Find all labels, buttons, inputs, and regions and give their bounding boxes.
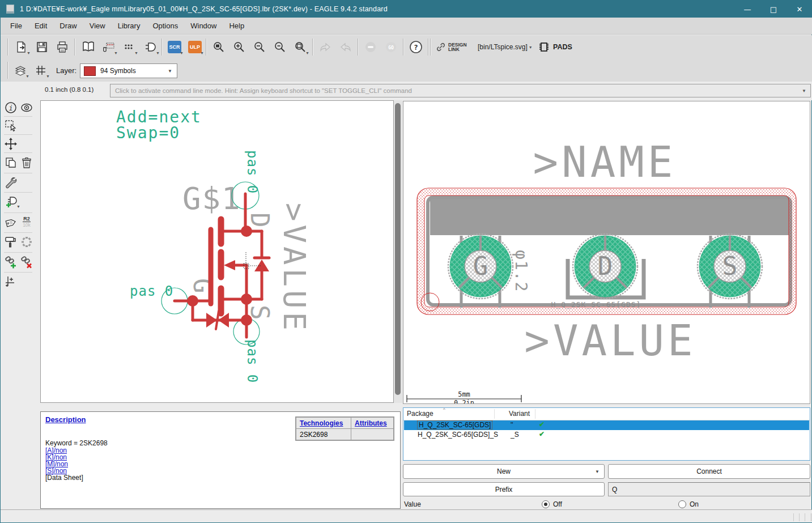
coordinate-display: 0.1 inch (0.8 0.1) <box>45 86 93 93</box>
print-button[interactable] <box>53 39 72 56</box>
canvas-scrollbar[interactable] <box>394 100 402 403</box>
swap-attribute-text: Swap=0 <box>116 124 180 142</box>
symbol-editor-button[interactable]: ▼ <box>141 39 160 56</box>
menu-edit[interactable]: Edit <box>28 19 53 33</box>
disconnect-pin-tool[interactable] <box>19 254 34 269</box>
menu-bar: File Edit Draw View Library Options Wind… <box>1 18 812 35</box>
zoom-fit-button[interactable] <box>209 39 228 56</box>
value-tool[interactable]: R2 10k <box>19 215 34 229</box>
value-on-radio[interactable] <box>678 500 686 508</box>
info-tool[interactable]: i <box>3 100 18 115</box>
svg-text:0.2in: 0.2in <box>454 399 474 403</box>
library-button[interactable] <box>79 39 98 56</box>
variant-column-header[interactable]: Variant <box>509 410 530 418</box>
table-header: ^ Package Variant <box>403 408 810 420</box>
redo-button[interactable] <box>336 39 355 56</box>
paint-tool[interactable] <box>3 235 18 249</box>
layer-settings-button[interactable]: ▼ <box>11 62 30 79</box>
delete-tool[interactable] <box>19 155 34 170</box>
grid-button[interactable]: ▼ <box>31 62 50 79</box>
zoom-out-button[interactable] <box>250 39 269 56</box>
value-on-label: On <box>690 500 699 508</box>
attributes-header[interactable]: Attributes <box>351 417 394 429</box>
pin-name-bottom: pas 0 <box>244 339 260 383</box>
eagle-window: 1 D:¥DATE¥E-work¥_Eagle mmLibrary05_01_0… <box>0 0 812 523</box>
technologies-header[interactable]: Technologies <box>296 417 351 429</box>
close-button[interactable]: ✕ <box>787 1 812 18</box>
datasheet-text: [Data Sheet] <box>45 474 83 482</box>
menu-options[interactable]: Options <box>146 19 184 33</box>
attribute-value <box>351 429 394 441</box>
svg-text:i: i <box>8 104 12 112</box>
package-editor-button[interactable]: ▼ <box>120 39 139 56</box>
menu-window[interactable]: Window <box>184 19 223 33</box>
pad-s[interactable]: S <box>698 234 762 308</box>
description-link[interactable]: Description <box>45 415 86 424</box>
app-icon <box>6 5 14 14</box>
menu-file[interactable]: File <box>4 19 28 33</box>
menu-help[interactable]: Help <box>223 19 250 33</box>
package-column-header[interactable]: Package <box>407 410 433 418</box>
new-drawing-button[interactable]: ▼ <box>12 39 31 56</box>
zoom-redraw-button[interactable]: ▼ <box>291 39 310 56</box>
title-bar: 1 D:¥DATE¥E-work¥_Eagle mmLibrary05_01_0… <box>1 1 812 18</box>
undo-button[interactable] <box>316 39 335 56</box>
device-editor-button[interactable]: ▼ <box>99 39 118 56</box>
connect-pin-tool[interactable] <box>3 254 18 269</box>
ic-chip-icon <box>538 41 550 53</box>
show-tool[interactable] <box>19 100 34 115</box>
pad-d[interactable]: D <box>568 234 644 299</box>
menu-view[interactable]: View <box>83 19 112 33</box>
layer-label: Layer: <box>56 66 76 75</box>
change-tool[interactable] <box>3 175 18 190</box>
ltspice-export-button[interactable]: [bin/LTspice.svg]▼ <box>478 39 532 56</box>
stop-button[interactable] <box>361 39 380 56</box>
value-tool-sublabel: 10k <box>23 222 31 228</box>
pad-g[interactable]: G <box>448 234 513 308</box>
prefix-input[interactable]: Q <box>608 482 810 496</box>
save-button[interactable] <box>32 39 52 56</box>
scrollbar-thumb[interactable] <box>395 103 401 395</box>
minimize-button[interactable]: — <box>734 1 760 18</box>
scr-button[interactable]: SCR ▼ <box>165 39 184 56</box>
footprint-name-label: H_Q_2SK_SC-65[GDS] <box>551 300 641 309</box>
ulp-button[interactable]: ULP ▼ <box>185 39 205 56</box>
command-line-hint: Click to activate command line mode. Hin… <box>115 87 802 94</box>
variant-value: _S <box>511 431 519 439</box>
replace-tool[interactable] <box>19 235 34 249</box>
prefix-button[interactable]: Prefix <box>403 482 605 496</box>
technology-value[interactable]: 2SK2698 <box>296 429 351 441</box>
value-placeholder-text: >VALUE <box>524 316 696 365</box>
pads-button[interactable]: PADS <box>538 39 572 56</box>
technologies-table: Technologies Attributes 2SK2698 <box>295 416 394 441</box>
package-name: H_Q_2SK_SC-65[GDS] <box>418 421 492 429</box>
command-line-input[interactable]: Click to activate command line mode. Hin… <box>110 84 811 97</box>
package-canvas[interactable]: >NAME G <box>403 101 810 404</box>
dimension-tool[interactable] <box>3 274 18 289</box>
go-button[interactable]: GO <box>381 39 401 56</box>
value-off-radio[interactable] <box>542 500 550 508</box>
svg-text:GO: GO <box>388 45 394 50</box>
help-button[interactable]: ? <box>406 39 426 56</box>
connect-button[interactable]: Connect <box>608 464 810 479</box>
package-row[interactable]: H_Q_2SK_SC-65[GDS]_S _S ✔ <box>404 430 809 440</box>
package-variant-table: ^ Package Variant H_Q_2SK_SC-65[GDS] '' … <box>403 407 810 461</box>
symbol-canvas[interactable]: Add=next Swap=0 G$1 D G S >VALUE pas 0 p… <box>40 100 394 403</box>
svg-text:5mm: 5mm <box>458 390 470 398</box>
design-link-button[interactable]: DESIGNLINK <box>436 39 467 56</box>
package-row-selected[interactable]: H_Q_2SK_SC-65[GDS] '' ✔ <box>404 420 809 430</box>
group-select-tool[interactable] <box>3 118 18 133</box>
layer-dropdown[interactable]: 94 Symbols ▼ <box>80 63 177 78</box>
resize-grip[interactable] <box>788 513 811 521</box>
main-toolbar: ▼ ▼ ▼ ▼ SCR ▼ ULP ▼ <box>1 35 812 59</box>
maximize-button[interactable]: □ <box>760 1 787 18</box>
add-part-tool[interactable]: ▼ <box>3 194 18 209</box>
move-tool[interactable] <box>3 137 18 151</box>
zoom-select-button[interactable] <box>270 39 290 56</box>
new-package-dropdown[interactable]: New▼ <box>403 464 605 479</box>
copy-tool[interactable] <box>3 155 18 170</box>
menu-library[interactable]: Library <box>112 19 147 33</box>
menu-draw[interactable]: Draw <box>53 19 83 33</box>
zoom-in-button[interactable] <box>229 39 249 56</box>
name-tool[interactable] <box>3 215 18 229</box>
